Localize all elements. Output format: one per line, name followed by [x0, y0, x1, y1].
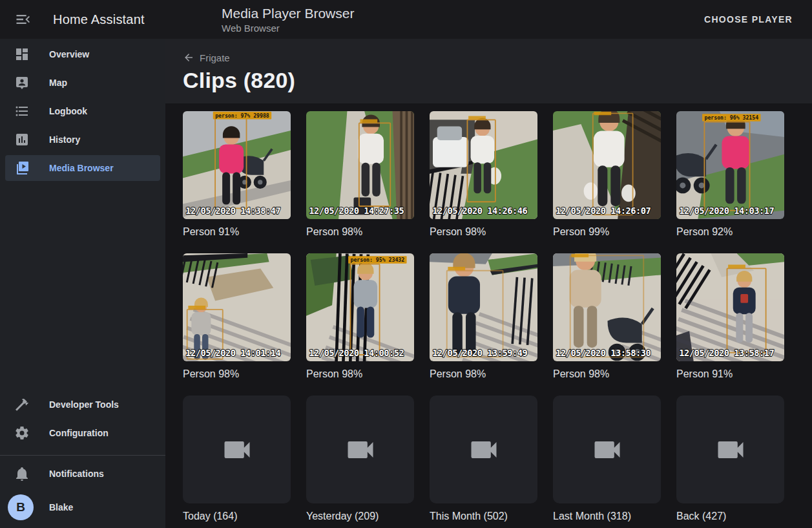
svg-text:12/05/2020 14:00:52: 12/05/2020 14:00:52	[309, 348, 404, 358]
sidebar: Overview Map Logbook History Media Brows…	[0, 39, 165, 528]
sidebar-divider	[0, 455, 165, 456]
svg-text:12/05/2020 14:26:46: 12/05/2020 14:26:46	[432, 206, 527, 216]
sidebar-item-media-browser[interactable]: Media Browser	[5, 155, 160, 181]
folder-label: Last Month (318)	[553, 511, 661, 523]
folder-card: Last Month (318)	[553, 396, 661, 523]
clip-thumbnail[interactable]: person: 97% 2998812/05/2020 14:38:47	[183, 111, 291, 219]
clip-card: 12/05/2020 14:26:46 Person 98%	[430, 111, 537, 239]
web-browser-subtitle: Web Browser	[222, 22, 354, 34]
sidebar-footer-nav: Developer Tools Configuration	[0, 389, 165, 449]
dialog-header: Media Player Browser Web Browser	[222, 5, 354, 34]
logbook-icon	[14, 103, 30, 119]
svg-text:person: 95% 23432: person: 95% 23432	[351, 257, 405, 263]
svg-text:person: 96% 32154: person: 96% 32154	[704, 114, 758, 121]
history-icon	[14, 132, 30, 147]
top-app-bar: Home Assistant Media Player Browser Web …	[0, 0, 812, 39]
clips-grid: person: 97% 2998812/05/2020 14:38:47 Per…	[183, 111, 802, 523]
folder-label: Today (164)	[183, 511, 291, 523]
menu-open-icon	[14, 7, 32, 32]
configuration-icon	[14, 425, 30, 441]
sidebar-toggle-button[interactable]	[10, 6, 36, 32]
clip-card: 12/05/2020 14:26:07 Person 99%	[553, 111, 661, 239]
clip-thumbnail[interactable]: person: 95% 2343212/05/2020 14:00:52	[306, 253, 414, 361]
video-icon	[714, 433, 747, 467]
clip-card: person: 96% 3215412/05/2020 14:03:17 Per…	[676, 111, 784, 239]
video-icon	[590, 433, 624, 467]
folder-card: This Month (502)	[430, 396, 537, 523]
notifications-icon	[14, 466, 30, 481]
media-player-browser-title: Media Player Browser	[222, 5, 354, 22]
sidebar-item-label: Overview	[49, 49, 89, 59]
sidebar-item-label: Map	[49, 78, 67, 88]
history-icon	[14, 132, 30, 147]
clip-card: person: 97% 2998812/05/2020 14:38:47 Per…	[183, 111, 291, 239]
folder-card: Back (427)	[676, 396, 784, 523]
sidebar-item-configuration[interactable]: Configuration	[5, 420, 160, 446]
clip-thumbnail[interactable]: 12/05/2020 13:58:17	[676, 253, 784, 361]
logbook-icon	[14, 103, 30, 119]
video-icon	[467, 433, 501, 467]
clip-caption: Person 98%	[430, 226, 537, 239]
svg-text:12/05/2020 13:58:30: 12/05/2020 13:58:30	[556, 348, 651, 358]
sidebar-item-notifications[interactable]: Notifications	[5, 459, 160, 488]
sidebar-item-map[interactable]: Map	[5, 70, 160, 96]
dashboard-icon	[14, 47, 30, 62]
folder-tile[interactable]	[430, 396, 537, 503]
clip-card: 12/05/2020 14:27:35 Person 98%	[306, 111, 414, 239]
sidebar-item-history[interactable]: History	[5, 127, 160, 153]
clip-thumbnail[interactable]: 12/05/2020 14:26:07	[553, 111, 661, 219]
clips-scroll-area[interactable]: person: 97% 2998812/05/2020 14:38:47 Per…	[165, 103, 812, 528]
svg-text:12/05/2020 14:03:17: 12/05/2020 14:03:17	[679, 206, 774, 216]
svg-text:12/05/2020 14:38:47: 12/05/2020 14:38:47	[185, 206, 280, 216]
clip-thumbnail[interactable]: person: 96% 3215412/05/2020 14:03:17	[676, 111, 784, 219]
svg-text:12/05/2020 14:27:35: 12/05/2020 14:27:35	[309, 206, 404, 216]
clip-caption: Person 98%	[183, 368, 291, 381]
developer-tools-icon	[14, 397, 30, 412]
clip-thumbnail[interactable]: 12/05/2020 13:58:30	[553, 253, 661, 361]
app-title: Home Assistant	[53, 12, 145, 27]
clip-thumbnail[interactable]: 12/05/2020 13:59:49	[430, 253, 537, 361]
sidebar-item-label: Media Browser	[49, 163, 114, 173]
sidebar-item-logbook[interactable]: Logbook	[5, 98, 160, 124]
breadcrumb-back[interactable]: Frigate	[183, 39, 230, 63]
sidebar-item-label: Logbook	[49, 106, 87, 116]
folder-label: Back (427)	[676, 511, 784, 523]
folder-card: Today (164)	[183, 396, 291, 523]
sidebar-item-label: Developer Tools	[49, 399, 119, 410]
clip-thumbnail[interactable]: 12/05/2020 14:27:35	[306, 111, 414, 219]
page-title: Clips (820)	[183, 68, 812, 93]
clip-caption: Person 91%	[676, 368, 784, 381]
clip-card: person: 95% 2343212/05/2020 14:00:52 Per…	[306, 253, 414, 381]
folder-label: Yesterday (209)	[306, 511, 414, 523]
folder-tile[interactable]	[306, 396, 414, 503]
choose-player-button[interactable]: CHOOSE PLAYER	[699, 9, 798, 30]
svg-text:12/05/2020 14:01:14: 12/05/2020 14:01:14	[185, 348, 280, 358]
clip-caption: Person 98%	[430, 368, 537, 381]
folder-tile[interactable]	[183, 396, 291, 503]
sidebar-nav: Overview Map Logbook History Media Brows…	[0, 39, 165, 184]
developer-tools-icon	[14, 397, 30, 412]
clip-card: 12/05/2020 14:01:14 Person 98%	[183, 253, 291, 381]
configuration-icon	[14, 425, 30, 441]
clip-thumbnail[interactable]: 12/05/2020 14:26:46	[430, 111, 537, 219]
clip-card: 12/05/2020 13:58:17 Person 91%	[676, 253, 784, 381]
clip-caption: Person 98%	[553, 368, 661, 381]
map-icon	[14, 75, 30, 90]
user-name: Blake	[49, 502, 73, 512]
sidebar-item-profile[interactable]: B Blake	[5, 491, 160, 524]
clip-thumbnail[interactable]: 12/05/2020 14:01:14	[183, 253, 291, 361]
svg-text:12/05/2020 13:58:17: 12/05/2020 13:58:17	[679, 348, 774, 358]
home-assistant-app: Home Assistant Media Player Browser Web …	[0, 0, 812, 528]
svg-text:12/05/2020 13:59:49: 12/05/2020 13:59:49	[432, 348, 527, 358]
dashboard-icon	[14, 47, 30, 62]
clip-caption: Person 98%	[306, 226, 414, 239]
sidebar-item-overview[interactable]: Overview	[5, 41, 160, 67]
sidebar-item-developer-tools[interactable]: Developer Tools	[5, 392, 160, 417]
clip-caption: Person 98%	[306, 368, 414, 381]
svg-text:12/05/2020 14:26:07: 12/05/2020 14:26:07	[556, 206, 651, 216]
media-browser-icon	[14, 160, 30, 176]
folder-tile[interactable]	[676, 396, 784, 503]
folder-tile[interactable]	[553, 396, 661, 503]
sidebar-item-label: Configuration	[49, 428, 109, 438]
media-browser-header: Frigate Clips (820)	[165, 39, 812, 103]
